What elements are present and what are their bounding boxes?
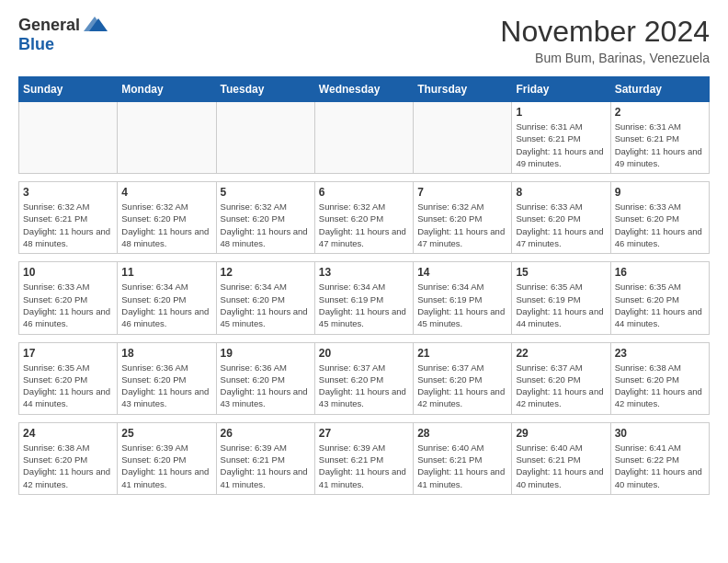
day-number: 11 xyxy=(121,266,211,279)
day-number: 16 xyxy=(615,266,705,279)
logo-icon xyxy=(82,15,108,35)
day-number: 13 xyxy=(319,266,409,279)
day-info: Sunrise: 6:35 AM Sunset: 6:19 PM Dayligh… xyxy=(516,281,606,329)
calendar-cell: 22Sunrise: 6:37 AM Sunset: 6:20 PM Dayli… xyxy=(512,342,610,414)
day-info: Sunrise: 6:31 AM Sunset: 6:21 PM Dayligh… xyxy=(615,121,705,169)
week-spacer xyxy=(19,334,710,342)
day-number: 28 xyxy=(417,427,507,440)
calendar-cell: 17Sunrise: 6:35 AM Sunset: 6:20 PM Dayli… xyxy=(19,342,118,414)
day-info: Sunrise: 6:38 AM Sunset: 6:20 PM Dayligh… xyxy=(615,362,705,410)
day-info: Sunrise: 6:31 AM Sunset: 6:21 PM Dayligh… xyxy=(516,121,606,169)
day-info: Sunrise: 6:36 AM Sunset: 6:20 PM Dayligh… xyxy=(221,362,311,410)
calendar-cell: 30Sunrise: 6:41 AM Sunset: 6:22 PM Dayli… xyxy=(610,422,709,494)
calendar-week-5: 24Sunrise: 6:38 AM Sunset: 6:20 PM Dayli… xyxy=(19,422,710,494)
calendar-cell: 10Sunrise: 6:33 AM Sunset: 6:20 PM Dayli… xyxy=(19,262,118,334)
logo: General Blue xyxy=(18,15,108,54)
calendar-cell: 2Sunrise: 6:31 AM Sunset: 6:21 PM Daylig… xyxy=(610,102,709,174)
day-number: 3 xyxy=(23,186,113,199)
day-info: Sunrise: 6:38 AM Sunset: 6:20 PM Dayligh… xyxy=(23,442,113,490)
day-info: Sunrise: 6:39 AM Sunset: 6:21 PM Dayligh… xyxy=(221,442,311,490)
week-spacer xyxy=(19,414,710,422)
calendar-cell: 26Sunrise: 6:39 AM Sunset: 6:21 PM Dayli… xyxy=(216,422,314,494)
col-wednesday: Wednesday xyxy=(314,77,413,102)
day-info: Sunrise: 6:32 AM Sunset: 6:20 PM Dayligh… xyxy=(319,201,409,249)
header: General Blue November 2024 Bum Bum, Bari… xyxy=(18,15,710,65)
day-info: Sunrise: 6:32 AM Sunset: 6:20 PM Dayligh… xyxy=(121,201,211,249)
calendar-cell xyxy=(118,102,216,174)
calendar-table: Sunday Monday Tuesday Wednesday Thursday… xyxy=(18,76,710,495)
calendar-cell: 21Sunrise: 6:37 AM Sunset: 6:20 PM Dayli… xyxy=(414,342,512,414)
day-number: 21 xyxy=(417,347,507,360)
calendar-cell: 24Sunrise: 6:38 AM Sunset: 6:20 PM Dayli… xyxy=(19,422,118,494)
day-number: 17 xyxy=(23,347,113,360)
calendar-week-1: 1Sunrise: 6:31 AM Sunset: 6:21 PM Daylig… xyxy=(19,102,710,174)
calendar-cell xyxy=(314,102,413,174)
day-info: Sunrise: 6:34 AM Sunset: 6:20 PM Dayligh… xyxy=(221,281,311,329)
day-info: Sunrise: 6:35 AM Sunset: 6:20 PM Dayligh… xyxy=(615,281,705,329)
day-info: Sunrise: 6:32 AM Sunset: 6:20 PM Dayligh… xyxy=(417,201,507,249)
day-info: Sunrise: 6:32 AM Sunset: 6:21 PM Dayligh… xyxy=(23,201,113,249)
day-number: 14 xyxy=(417,266,507,279)
calendar-cell: 7Sunrise: 6:32 AM Sunset: 6:20 PM Daylig… xyxy=(414,182,512,254)
calendar-cell xyxy=(414,102,512,174)
day-number: 12 xyxy=(221,266,311,279)
calendar-cell: 11Sunrise: 6:34 AM Sunset: 6:20 PM Dayli… xyxy=(118,262,216,334)
day-info: Sunrise: 6:37 AM Sunset: 6:20 PM Dayligh… xyxy=(319,362,409,410)
calendar-cell xyxy=(19,102,118,174)
day-number: 19 xyxy=(221,347,311,360)
day-info: Sunrise: 6:36 AM Sunset: 6:20 PM Dayligh… xyxy=(121,362,211,410)
week-spacer xyxy=(19,174,710,182)
day-number: 10 xyxy=(23,266,113,279)
day-number: 15 xyxy=(516,266,606,279)
col-friday: Friday xyxy=(512,77,610,102)
day-number: 27 xyxy=(319,427,409,440)
calendar-cell: 4Sunrise: 6:32 AM Sunset: 6:20 PM Daylig… xyxy=(118,182,216,254)
day-info: Sunrise: 6:41 AM Sunset: 6:22 PM Dayligh… xyxy=(615,442,705,490)
day-info: Sunrise: 6:40 AM Sunset: 6:21 PM Dayligh… xyxy=(417,442,507,490)
day-number: 29 xyxy=(516,427,606,440)
calendar-cell: 28Sunrise: 6:40 AM Sunset: 6:21 PM Dayli… xyxy=(414,422,512,494)
calendar-cell: 9Sunrise: 6:33 AM Sunset: 6:20 PM Daylig… xyxy=(610,182,709,254)
day-info: Sunrise: 6:39 AM Sunset: 6:21 PM Dayligh… xyxy=(319,442,409,490)
month-title: November 2024 xyxy=(500,15,710,49)
calendar-cell: 25Sunrise: 6:39 AM Sunset: 6:20 PM Dayli… xyxy=(118,422,216,494)
calendar-cell: 14Sunrise: 6:34 AM Sunset: 6:19 PM Dayli… xyxy=(414,262,512,334)
day-number: 9 xyxy=(615,186,705,199)
day-number: 6 xyxy=(319,186,409,199)
calendar-cell: 29Sunrise: 6:40 AM Sunset: 6:21 PM Dayli… xyxy=(512,422,610,494)
calendar-cell: 5Sunrise: 6:32 AM Sunset: 6:20 PM Daylig… xyxy=(216,182,314,254)
calendar-cell: 1Sunrise: 6:31 AM Sunset: 6:21 PM Daylig… xyxy=(512,102,610,174)
calendar-cell: 13Sunrise: 6:34 AM Sunset: 6:19 PM Dayli… xyxy=(314,262,413,334)
week-spacer xyxy=(19,254,710,262)
col-saturday: Saturday xyxy=(610,77,709,102)
calendar-week-2: 3Sunrise: 6:32 AM Sunset: 6:21 PM Daylig… xyxy=(19,182,710,254)
day-info: Sunrise: 6:40 AM Sunset: 6:21 PM Dayligh… xyxy=(516,442,606,490)
day-number: 1 xyxy=(516,106,606,119)
day-number: 23 xyxy=(615,347,705,360)
day-number: 2 xyxy=(615,106,705,119)
day-number: 24 xyxy=(23,427,113,440)
logo-general-text: General xyxy=(18,16,80,35)
day-number: 18 xyxy=(121,347,211,360)
day-info: Sunrise: 6:35 AM Sunset: 6:20 PM Dayligh… xyxy=(23,362,113,410)
day-info: Sunrise: 6:33 AM Sunset: 6:20 PM Dayligh… xyxy=(516,201,606,249)
day-info: Sunrise: 6:37 AM Sunset: 6:20 PM Dayligh… xyxy=(516,362,606,410)
calendar-week-3: 10Sunrise: 6:33 AM Sunset: 6:20 PM Dayli… xyxy=(19,262,710,334)
calendar-cell: 3Sunrise: 6:32 AM Sunset: 6:21 PM Daylig… xyxy=(19,182,118,254)
day-info: Sunrise: 6:33 AM Sunset: 6:20 PM Dayligh… xyxy=(615,201,705,249)
col-monday: Monday xyxy=(118,77,216,102)
calendar-cell: 8Sunrise: 6:33 AM Sunset: 6:20 PM Daylig… xyxy=(512,182,610,254)
calendar-cell xyxy=(216,102,314,174)
day-info: Sunrise: 6:39 AM Sunset: 6:20 PM Dayligh… xyxy=(121,442,211,490)
day-info: Sunrise: 6:32 AM Sunset: 6:20 PM Dayligh… xyxy=(221,201,311,249)
day-info: Sunrise: 6:37 AM Sunset: 6:20 PM Dayligh… xyxy=(417,362,507,410)
calendar-cell: 19Sunrise: 6:36 AM Sunset: 6:20 PM Dayli… xyxy=(216,342,314,414)
calendar-cell: 23Sunrise: 6:38 AM Sunset: 6:20 PM Dayli… xyxy=(610,342,709,414)
day-number: 26 xyxy=(221,427,311,440)
calendar-cell: 18Sunrise: 6:36 AM Sunset: 6:20 PM Dayli… xyxy=(118,342,216,414)
day-number: 20 xyxy=(319,347,409,360)
calendar-cell: 16Sunrise: 6:35 AM Sunset: 6:20 PM Dayli… xyxy=(610,262,709,334)
col-tuesday: Tuesday xyxy=(216,77,314,102)
page: General Blue November 2024 Bum Bum, Bari… xyxy=(0,0,728,510)
col-sunday: Sunday xyxy=(19,77,118,102)
